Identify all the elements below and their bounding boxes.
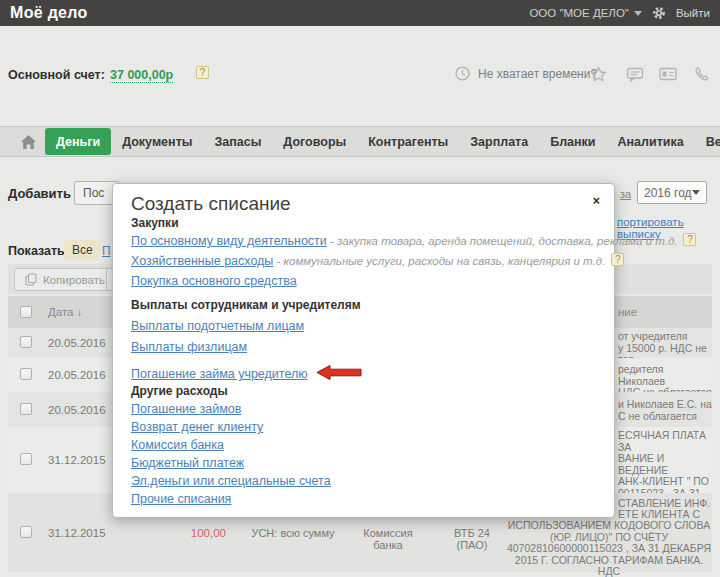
show-filter-label: Показать: [8,244,69,258]
help-icon[interactable]: ? [611,253,624,266]
row-checkbox[interactable] [20,453,32,465]
link-founder-loan-repayment[interactable]: Погашение займа учредителю [131,367,308,381]
company-selector[interactable]: ООО "МОЕ ДЕЛО" [529,7,642,19]
add-label: Добавить [8,186,71,201]
chevron-down-icon [634,11,642,16]
id-card-icon[interactable] [659,67,677,81]
tab-vebinary[interactable]: Вебинары [695,128,720,155]
year-select[interactable]: 2016 год [637,181,707,204]
description-column-header: ние [618,306,637,318]
link-emoney-special-accounts[interactable]: Эл.деньги или специальные счета [131,474,331,488]
tab-zarplata[interactable]: Зарплата [459,128,539,155]
row-usn: УСН: всю сумму [248,527,338,539]
company-name: ООО "МОЕ ДЕЛО" [529,7,629,19]
tab-dogovory[interactable]: Договоры [272,128,357,155]
row-bank: ВТБ 24 (ПАО) [440,527,504,551]
copy-icon [25,273,37,286]
row-checkbox[interactable] [20,403,32,415]
row-operation-type: Комиссия банка [348,527,428,551]
top-bar: Моё дело ООО "МОЕ ДЕЛО" Выйти [0,0,720,26]
tab-zapasy[interactable]: Запасы [203,128,272,155]
main-account-label: Основной счет: [8,68,105,82]
account-help-icon[interactable]: ? [196,66,209,79]
create-writeoff-modal: Создать списание × Закупки По основному … [112,183,615,518]
logout-link[interactable]: Выйти [676,7,710,19]
app-logo: Моё дело [10,4,88,22]
tab-blanki[interactable]: Бланки [539,128,606,155]
link-loan-repayment[interactable]: Погашение займов [131,402,241,416]
filter-all-chip[interactable]: Все [64,240,101,260]
phone-icon[interactable] [694,66,710,82]
row-description: ИСПОЛЬЗОВАНИЕМ КОДОВОГО СЛОВА (ЮР. ЛИЦО)… [503,520,715,577]
row-description-fragment: и Николаев Е.С. на С не облагается [618,399,712,422]
chat-icon[interactable] [626,67,644,82]
tab-dokumenty[interactable]: Документы [111,128,203,155]
close-icon[interactable]: × [592,193,600,208]
date-column-header[interactable]: Дата ↓ [48,306,82,318]
section-payments: Выплаты сотрудникам и учредителям [131,298,361,312]
link-accountable-persons[interactable]: Выплаты подотчетным лицам [131,319,304,333]
help-icon[interactable]: ? [683,233,696,246]
home-icon[interactable] [20,134,37,150]
modal-title: Создать списание [131,193,291,215]
link-household-expenses[interactable]: Хозяйственные расходы [131,254,273,268]
link-fixed-asset-purchase[interactable]: Покупка основного средства [131,274,297,288]
link-main-activity-row: По основному виду деятельности - закупка… [131,234,696,248]
main-account-amount[interactable]: 37 000,00р [110,68,173,83]
tab-kontragenty[interactable]: Контрагенты [357,128,459,155]
row-checkbox[interactable] [20,368,32,380]
filter-receipts-link[interactable]: П [102,244,111,258]
favorites-icon[interactable] [590,66,607,83]
row-checkbox[interactable] [20,336,32,348]
link-other-writeoffs[interactable]: Прочие списания [131,492,231,506]
no-time-block: Не хватает времени? [455,66,597,81]
select-all-checkbox[interactable] [20,306,32,318]
copy-button[interactable]: Копировать [14,268,116,291]
section-other-expenses: Другие расходы [131,384,228,398]
link-client-refund[interactable]: Возврат денег клиенту [131,420,263,434]
year-select-value: 2016 год [644,186,692,200]
tab-dengi[interactable]: Деньги [45,128,111,155]
gear-icon[interactable] [652,6,666,20]
period-link[interactable]: за [620,188,631,200]
chevron-down-icon [692,190,700,195]
main-nav: Деньги Документы Запасы Договоры Контраг… [0,126,720,157]
link-founder-loan-row: Погашение займа учредителю [131,361,354,381]
row-amount: 100,00 [148,527,226,539]
no-time-label[interactable]: Не хватает времени? [478,67,597,81]
tab-analitika[interactable]: Аналитика [607,128,695,155]
clock-icon [455,66,470,81]
link-main-activity[interactable]: По основному виду деятельности [131,234,327,248]
link-budget-payment[interactable]: Бюджетный платеж [131,456,244,470]
red-arrow-annotation [316,370,362,384]
link-household-row: Хозяйственные расходы - коммунальные усл… [131,254,624,268]
row-checkbox[interactable] [20,526,32,538]
link-bank-commission[interactable]: Комиссия банка [131,438,224,452]
section-zakupki: Закупки [131,216,179,230]
link-individuals-payments[interactable]: Выплаты физлицам [131,340,247,354]
